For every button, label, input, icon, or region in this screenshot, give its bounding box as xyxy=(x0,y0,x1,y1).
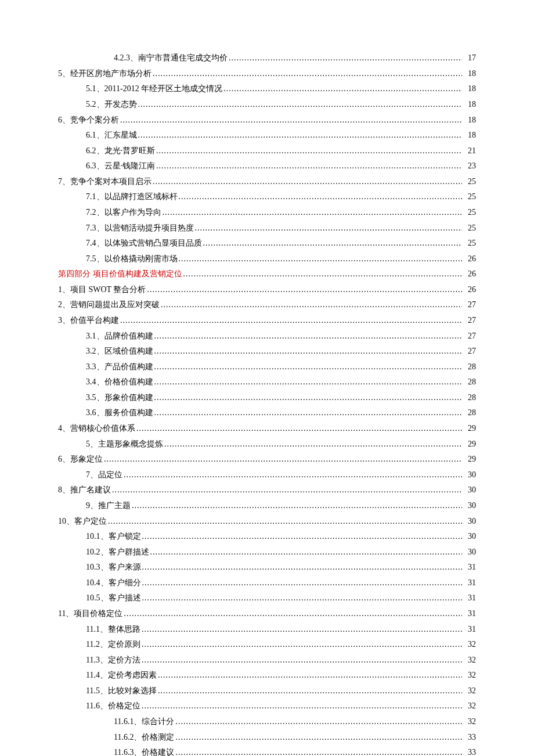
toc-entry-text: 11.6.3、价格建议 xyxy=(114,746,174,756)
toc-entry: 5、经开区房地产市场分析18 xyxy=(58,67,476,80)
toc-dots xyxy=(112,484,462,496)
toc-entry-page: 28 xyxy=(463,406,476,419)
toc-entry: 3.1、品牌价值构建27 xyxy=(86,330,476,343)
toc-entry-text: 3、价值平台构建 xyxy=(58,314,119,327)
toc-entry: 5.1、2011-2012 年经开区土地成交情况18 xyxy=(86,82,476,95)
toc-dots xyxy=(154,406,463,419)
toc-dots xyxy=(153,67,462,80)
toc-dots xyxy=(158,669,462,682)
toc-entry-page: 23 xyxy=(463,160,476,172)
toc-entry: 6.2、龙光·普罗旺斯21 xyxy=(86,145,476,157)
toc-dots xyxy=(142,577,463,589)
toc-entry-text: 7.2、以客户作为导向 xyxy=(86,206,161,219)
toc-dots xyxy=(132,499,462,512)
toc-entry-text: 11.1、整体思路 xyxy=(86,623,140,636)
toc-dots xyxy=(161,298,462,311)
toc-dots xyxy=(164,438,462,451)
toc-entry: 10.1、客户锁定30 xyxy=(86,530,476,543)
toc-entry-text: 10.4、客户细分 xyxy=(86,577,141,589)
toc-dots xyxy=(142,700,462,712)
toc-entry-text: 6、竞争个案分析 xyxy=(58,114,119,127)
toc-entry: 10.2、客户群描述30 xyxy=(86,546,476,559)
toc-entry: 7.5、以价格撬动刚需市场26 xyxy=(86,253,476,265)
toc-entry-page: 29 xyxy=(463,453,476,466)
toc-entry: 8、推广名建议30 xyxy=(58,484,476,496)
toc-entry: 7.3、以营销活动提升项目热度25 xyxy=(86,222,476,235)
toc-dots xyxy=(138,129,463,142)
toc-entry-page: 30 xyxy=(463,530,476,543)
toc-entry-page: 28 xyxy=(463,391,476,404)
toc-entry: 10.5、客户描述31 xyxy=(86,592,476,604)
toc-entry-text: 3.4、价格价值构建 xyxy=(86,376,153,388)
toc-entry-text: 10.5、客户描述 xyxy=(86,592,141,604)
toc-entry: 9、推广主题30 xyxy=(86,499,476,512)
toc-entry: 11.1、整体思路31 xyxy=(86,623,476,636)
toc-entry: 3.6、服务价值构建28 xyxy=(86,406,476,419)
toc-entry: 5、主题形象概念提炼29 xyxy=(86,438,476,451)
toc-entry: 11.2、定价原则32 xyxy=(86,638,476,651)
toc-entry: 7.1、以品牌打造区域标杆25 xyxy=(86,190,476,203)
toc-entry-text: 7.3、以营销活动提升项目热度 xyxy=(86,222,194,235)
toc-entry-text: 6.3、云星·钱隆江南 xyxy=(86,160,155,172)
toc-entry-page: 31 xyxy=(463,607,476,620)
toc-dots xyxy=(120,314,462,327)
table-of-contents: 4.2.3、南宁市普通住宅成交均价175、经开区房地产市场分析185.1、201… xyxy=(58,52,476,756)
toc-entry-text: 3.5、形象价值构建 xyxy=(86,391,153,404)
toc-entry: 6、竞争个案分析18 xyxy=(58,114,476,127)
toc-entry-text: 6.2、龙光·普罗旺斯 xyxy=(86,145,155,157)
toc-entry-text: 4、营销核心价值体系 xyxy=(58,422,135,435)
toc-entry-text: 4.2.3、南宁市普通住宅成交均价 xyxy=(114,52,228,64)
toc-dots xyxy=(156,145,462,157)
toc-dots xyxy=(175,746,462,756)
toc-entry-text: 9、推广主题 xyxy=(86,499,131,512)
toc-entry-page: 33 xyxy=(463,746,476,756)
toc-entry-text: 10.3、客户来源 xyxy=(86,561,141,574)
toc-entry-page: 27 xyxy=(463,298,476,311)
toc-entry-text: 3.2、区域价值构建 xyxy=(86,345,153,358)
toc-entry-page: 18 xyxy=(463,114,476,127)
toc-dots xyxy=(138,98,463,111)
toc-entry-page: 25 xyxy=(463,237,476,250)
toc-entry-page: 30 xyxy=(463,499,476,512)
toc-entry-page: 30 xyxy=(463,515,476,528)
toc-entry-text: 10.2、客户群描述 xyxy=(86,546,149,559)
toc-entry: 3.4、价格价值构建28 xyxy=(86,376,476,388)
toc-dots xyxy=(154,391,463,404)
toc-dots xyxy=(142,623,462,636)
toc-entry-text: 11.2、定价原则 xyxy=(86,638,140,651)
toc-entry: 10、客户定位30 xyxy=(58,515,476,528)
toc-dots xyxy=(156,160,462,172)
toc-entry-page: 30 xyxy=(463,484,476,496)
toc-dots xyxy=(179,253,463,265)
toc-dots xyxy=(163,206,463,219)
toc-dots xyxy=(154,330,463,343)
toc-dots xyxy=(154,361,463,373)
toc-entry-text: 3.6、服务价值构建 xyxy=(86,406,153,419)
toc-entry-page: 18 xyxy=(463,98,476,111)
toc-entry-page: 32 xyxy=(463,654,476,667)
toc-dots xyxy=(229,52,462,64)
toc-entry-page: 21 xyxy=(463,145,476,157)
toc-entry-page: 32 xyxy=(463,685,476,697)
toc-entry-page: 32 xyxy=(463,638,476,651)
toc-entry-page: 31 xyxy=(463,592,476,604)
toc-dots xyxy=(147,283,462,296)
toc-entry-page: 31 xyxy=(463,623,476,636)
toc-entry-text: 6、形象定位 xyxy=(58,453,103,466)
toc-entry-text: 7.5、以价格撬动刚需市场 xyxy=(86,253,178,265)
toc-entry: 7.2、以客户作为导向25 xyxy=(86,206,476,219)
toc-entry: 3.5、形象价值构建28 xyxy=(86,391,476,404)
toc-entry-text: 第四部分 项目价值构建及营销定位 xyxy=(58,268,182,280)
toc-entry: 11.3、定价方法32 xyxy=(86,654,476,667)
toc-entry: 3.3、产品价值构建28 xyxy=(86,361,476,373)
toc-dots xyxy=(104,453,462,466)
toc-entry-page: 29 xyxy=(463,438,476,451)
toc-entry: 11.4、定价考虑因素32 xyxy=(86,669,476,682)
toc-entry-page: 25 xyxy=(463,175,476,188)
toc-entry-page: 26 xyxy=(463,253,476,265)
toc-entry: 11.6.1、综合计分32 xyxy=(114,715,476,728)
toc-entry: 11.6.2、价格测定33 xyxy=(114,731,476,744)
toc-dots xyxy=(153,175,462,188)
toc-entry: 6、形象定位29 xyxy=(58,453,476,466)
toc-entry-text: 5、经开区房地产市场分析 xyxy=(58,67,151,80)
